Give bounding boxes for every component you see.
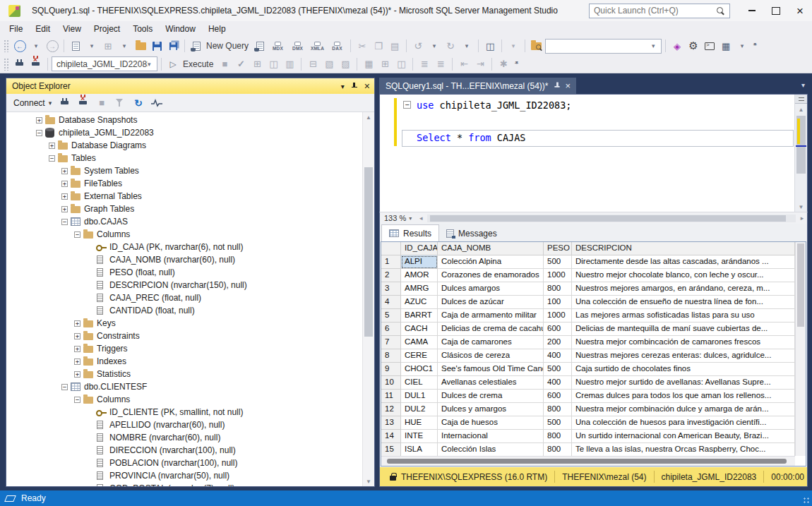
tree-item[interactable]: −chipileta_JGML_ID22083 — [6, 126, 362, 139]
collapse-icon[interactable]: − — [74, 397, 80, 403]
cell-caja-nomb[interactable]: Corazones de enamorados — [438, 269, 544, 282]
new-query-button[interactable]: New Query — [206, 41, 249, 51]
cell-peso[interactable]: 1000 — [544, 269, 572, 282]
undo-dropdown-icon[interactable]: ▾ — [426, 38, 442, 54]
results-to-file-icon[interactable] — [393, 56, 409, 72]
tree-item[interactable]: +Indexes — [6, 355, 362, 368]
tree-item[interactable]: +Database Snapshots — [6, 114, 362, 126]
tree-item[interactable]: CAJA_NOMB (nvarchar(60), null) — [6, 253, 362, 266]
table-row[interactable]: 2AMORCorazones de enamorados1000Nuestro … — [381, 269, 795, 282]
increase-indent-icon[interactable] — [472, 56, 488, 72]
results-to-grid-icon[interactable] — [377, 56, 393, 72]
menu-item-tools[interactable]: Tools — [126, 22, 159, 36]
cell-descripcion[interactable]: Nuestro mejor chocolate blanco, con lech… — [572, 269, 795, 282]
row-number[interactable]: 4 — [381, 296, 401, 309]
intellisense-icon[interactable] — [282, 56, 297, 72]
cell-peso[interactable]: 500 — [544, 255, 572, 269]
row-number[interactable]: 8 — [381, 349, 401, 363]
row-number[interactable]: 14 — [381, 430, 401, 443]
cut-icon[interactable] — [354, 38, 370, 54]
cell-peso[interactable]: 200 — [544, 336, 572, 349]
debug-dropdown-icon[interactable]: ▾ — [506, 38, 521, 54]
corner-cell[interactable] — [381, 242, 401, 255]
tab-sqlquery1[interactable]: SQLQuery1.sql - TH...EFENIX\mezal (54))* — [379, 78, 576, 94]
column-header[interactable]: DESCRIPCION — [572, 242, 795, 255]
toolbox-icon[interactable] — [705, 42, 715, 50]
tree-item[interactable]: −Columns — [6, 228, 362, 241]
collapse-icon[interactable]: − — [61, 219, 68, 225]
object-explorer-header[interactable]: Object Explorer — [6, 78, 374, 94]
scroll-left-icon[interactable] — [416, 215, 426, 222]
undo-icon[interactable] — [410, 38, 426, 54]
table-row[interactable]: 8CEREClásicos de cereza400Nuestras mejor… — [381, 349, 795, 363]
menu-item-help[interactable]: Help — [202, 22, 232, 36]
menu-item-window[interactable]: Window — [159, 22, 202, 36]
table-row[interactable]: 7CAMACaja de camarones200Nuestra mejor c… — [381, 336, 795, 349]
tree-item[interactable]: CANTIDAD (float, null) — [6, 304, 362, 317]
menu-item-view[interactable]: View — [56, 22, 88, 36]
column-header[interactable]: ID_CAJA — [401, 242, 438, 255]
expand-icon[interactable]: + — [74, 371, 80, 378]
code-lines[interactable]: use chipileta_JGML_ID22083;Select * from… — [417, 97, 793, 146]
collapse-icon[interactable]: − — [36, 130, 42, 136]
toolbar-overflow-icon[interactable] — [515, 61, 518, 67]
cell-descripcion[interactable]: Las mejores armas sofisticadas listas pa… — [572, 309, 795, 323]
cell-descripcion[interactable]: Caja surtido de chocolates finos — [572, 363, 795, 376]
change-connection-icon[interactable] — [32, 59, 40, 68]
row-number[interactable]: 2 — [381, 269, 401, 282]
tree-item[interactable]: −Columns — [6, 393, 362, 406]
cell-id-caja[interactable]: CAMA — [401, 336, 438, 349]
current-connection-query-icon[interactable] — [256, 42, 264, 51]
tree-item[interactable]: CAJA_PREC (float, null) — [6, 291, 362, 304]
table-row[interactable]: 15ISLAColección Islas800Te lleva a las i… — [381, 443, 795, 456]
cell-caja-nomb[interactable]: Avellanas celestiales — [438, 376, 544, 390]
tab-results[interactable]: Results — [381, 224, 439, 241]
expand-icon[interactable]: + — [74, 320, 80, 327]
client-statistics-icon[interactable] — [338, 56, 353, 72]
pin-icon[interactable] — [554, 83, 560, 90]
cell-id-caja[interactable]: CHOC1 — [401, 363, 438, 376]
dax-query-button[interactable]: DAX — [328, 38, 347, 54]
live-query-stats-icon[interactable] — [321, 56, 337, 72]
tree-item[interactable]: −Tables — [6, 152, 362, 164]
close-button[interactable] — [788, 0, 812, 21]
scroll-down-icon[interactable]: ▼ — [363, 476, 374, 486]
close-icon[interactable] — [364, 81, 370, 92]
cell-id-caja[interactable]: CACH — [401, 323, 438, 336]
xmla-query-button[interactable]: XMLA — [308, 38, 327, 54]
row-number[interactable]: 1 — [381, 255, 401, 269]
split-editor-handle[interactable] — [795, 95, 807, 104]
query-options-icon[interactable] — [482, 38, 498, 54]
expand-icon[interactable]: + — [61, 181, 68, 187]
cell-id-caja[interactable]: DUL1 — [401, 390, 438, 403]
pin-icon[interactable] — [351, 83, 358, 90]
scrollbar-thumb[interactable] — [430, 215, 786, 222]
scroll-up-icon[interactable]: ▲ — [795, 104, 807, 114]
row-number[interactable]: 11 — [381, 390, 401, 403]
expand-icon[interactable]: + — [36, 117, 42, 124]
collapse-icon[interactable]: − — [74, 231, 80, 238]
toolbar-overflow-icon[interactable] — [753, 43, 757, 49]
tree-item[interactable]: −dbo.CLIENTESF — [6, 380, 362, 393]
grid-hscrollbar[interactable] — [381, 456, 795, 466]
cell-descripcion[interactable]: Nuestra mejor combinación dulce y amarga… — [572, 403, 795, 416]
tab-messages[interactable]: Messages — [439, 226, 504, 241]
parse-icon[interactable] — [233, 56, 249, 72]
cell-peso[interactable]: 800 — [544, 430, 572, 443]
tree-item[interactable]: ID_CAJA (PK, nvarchar(6), not null) — [6, 241, 362, 253]
tree-item[interactable]: DESCRIPCION (nvarchar(150), null) — [6, 279, 362, 291]
table-row[interactable]: 14INTEInternacional800Un surtido interna… — [381, 430, 795, 443]
cell-caja-nomb[interactable]: Caja de armamento militar — [438, 309, 544, 323]
new-file-dropdown-icon[interactable]: ▾ — [84, 38, 100, 54]
template-parameters-icon[interactable] — [496, 56, 511, 72]
expand-icon[interactable]: + — [74, 359, 80, 365]
cell-peso[interactable]: 1000 — [544, 309, 572, 323]
quick-launch-box[interactable] — [589, 4, 730, 18]
add-item-dropdown-icon[interactable]: ▾ — [117, 38, 132, 54]
row-number[interactable]: 5 — [381, 309, 401, 323]
cell-descripcion[interactable]: Nuestros mejores amargos, en arándano, c… — [572, 282, 795, 296]
cell-id-caja[interactable]: DUL2 — [401, 403, 438, 416]
toolbar-grip[interactable] — [4, 58, 9, 71]
cell-peso[interactable]: 800 — [544, 403, 572, 416]
resize-grip[interactable] — [803, 497, 810, 504]
